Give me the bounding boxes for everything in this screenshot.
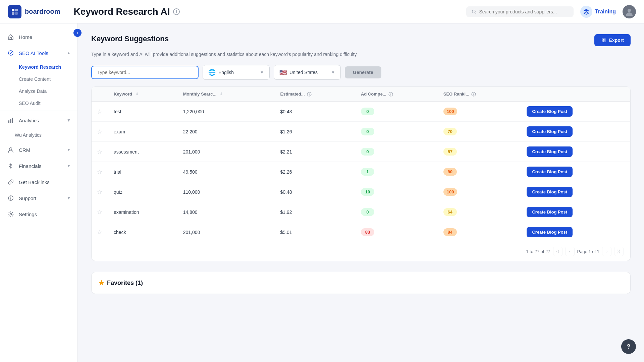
language-selector[interactable]: 🌐 English ▼: [203, 65, 270, 80]
language-label: English: [218, 70, 234, 75]
sidebar-item-get-backlinks[interactable]: Get Backlinks: [0, 174, 77, 190]
seo-rank-badge: 64: [443, 208, 457, 216]
favorite-button[interactable]: ☆: [97, 128, 102, 135]
logo-icon: [8, 5, 21, 18]
svg-rect-0: [12, 9, 14, 11]
table-row: ☆ test 1,220,000 $0.43 0 100 Create Blog…: [92, 102, 630, 122]
search-bar[interactable]: [466, 6, 574, 17]
col-header-keyword[interactable]: Keyword ⇕: [108, 87, 178, 102]
country-flag: 🇺🇸: [279, 69, 287, 76]
sidebar-item-analyze-data[interactable]: Analyze Data: [0, 85, 77, 97]
table-header-row: Keyword ⇕ Monthly Searc... ⇕ Estimated..…: [92, 87, 630, 102]
favorite-button[interactable]: ☆: [97, 168, 102, 176]
create-blog-post-button[interactable]: Create Blog Post: [527, 227, 573, 237]
table-cell-ad-comp: 0: [356, 102, 438, 122]
favorites-title: ★ Favorites (1): [98, 279, 624, 287]
col-header-ad-comp[interactable]: Ad Compe... i: [356, 87, 438, 102]
favorite-button[interactable]: ☆: [97, 229, 102, 236]
sidebar-item-home[interactable]: Home: [0, 29, 77, 45]
svg-point-13: [10, 214, 12, 215]
table-cell-seo-rank: 64: [438, 202, 522, 222]
table-row: ☆ check 201,000 $5.01 83 84 Create Blog …: [92, 222, 630, 242]
favorite-button[interactable]: ☆: [97, 188, 102, 196]
col-header-action: [521, 87, 630, 102]
search-input[interactable]: [479, 9, 568, 14]
sidebar-item-seo-ai-tools[interactable]: SEO AI Tools ▲: [0, 45, 77, 61]
create-blog-post-button[interactable]: Create Blog Post: [527, 187, 573, 197]
table-cell-star: ☆: [92, 122, 108, 142]
pagination-prev-button[interactable]: ‹: [565, 247, 575, 256]
settings-icon: [7, 210, 15, 218]
table-row: ☆ quiz 110,000 $0.48 10 100 Create Blog …: [92, 182, 630, 202]
svg-rect-9: [10, 119, 11, 123]
financials-icon: [7, 162, 15, 170]
pagination-last-button[interactable]: ⟩⟩: [614, 247, 624, 256]
table-cell-ad-comp: 0: [356, 202, 438, 222]
help-button[interactable]: ?: [621, 339, 636, 354]
seo-ai-tools-icon: [7, 49, 15, 57]
sidebar-item-settings[interactable]: Settings: [0, 206, 77, 222]
pagination-next-button[interactable]: ›: [602, 247, 611, 256]
avatar[interactable]: [623, 5, 636, 18]
table-cell-star: ☆: [92, 102, 108, 122]
sidebar-item-financials[interactable]: Financials ▼: [0, 158, 77, 174]
table-cell-ad-comp: 10: [356, 182, 438, 202]
backlinks-icon: [7, 178, 15, 186]
country-label: United States: [289, 70, 318, 75]
logo-name: boardroom: [25, 8, 60, 15]
favorite-button[interactable]: ☆: [97, 108, 102, 115]
sidebar-item-create-content[interactable]: Create Content: [0, 73, 77, 85]
export-button[interactable]: Export: [594, 34, 631, 46]
col-header-estimated[interactable]: Estimated... i: [275, 87, 356, 102]
country-chevron-icon: ▼: [331, 70, 335, 75]
ad-comp-badge: 1: [361, 168, 374, 176]
table-cell-monthly: 49,500: [178, 162, 275, 182]
create-blog-post-button[interactable]: Create Blog Post: [527, 146, 573, 157]
keyword-input[interactable]: [91, 66, 199, 79]
favorite-button[interactable]: ☆: [97, 208, 102, 216]
table-cell-estimated: $0.43: [275, 102, 356, 122]
table-cell-estimated: $1.92: [275, 202, 356, 222]
table-cell-star: ☆: [92, 142, 108, 162]
svg-rect-8: [8, 120, 9, 123]
col-header-favorite: [92, 87, 108, 102]
table-cell-star: ☆: [92, 162, 108, 182]
sidebar-item-support[interactable]: Support ▼: [0, 190, 77, 206]
sidebar-collapse-button[interactable]: ‹: [73, 29, 82, 37]
sidebar-item-crm[interactable]: CRM ▼: [0, 142, 77, 158]
info-icon[interactable]: ℹ: [173, 8, 180, 15]
table-cell-seo-rank: 84: [438, 222, 522, 242]
ad-comp-badge: 0: [361, 128, 374, 135]
sidebar-item-keyword-research[interactable]: Keyword Research: [0, 61, 77, 73]
export-icon: [601, 38, 606, 43]
generate-button[interactable]: Generate: [345, 66, 381, 78]
create-blog-post-button[interactable]: Create Blog Post: [527, 167, 573, 177]
table-cell-seo-rank: 70: [438, 122, 522, 142]
training-icon: [580, 6, 592, 18]
sidebar-item-analytics[interactable]: Analytics ▼: [0, 112, 77, 128]
country-selector[interactable]: 🇺🇸 United States ▼: [274, 65, 341, 80]
sidebar-item-wu-analytics[interactable]: Wu Analytics: [0, 128, 77, 142]
adcomp-info-icon[interactable]: i: [388, 92, 393, 97]
create-blog-post-button[interactable]: Create Blog Post: [527, 106, 573, 117]
svg-text:i: i: [473, 93, 474, 96]
pagination-first-button[interactable]: ⟨⟨: [553, 247, 562, 256]
seorank-info-icon[interactable]: i: [471, 92, 476, 97]
seo-rank-badge: 70: [443, 128, 457, 135]
col-header-seo-rank[interactable]: SEO Ranki... i: [438, 87, 522, 102]
estimated-info-icon[interactable]: i: [307, 92, 312, 97]
section-title: Keyword Suggestions: [91, 35, 169, 43]
sidebar-item-label-home: Home: [19, 34, 32, 40]
table-cell-star: ☆: [92, 202, 108, 222]
sidebar-item-seo-audit[interactable]: SEO Audit: [0, 97, 77, 109]
seo-rank-badge: 100: [443, 188, 458, 196]
create-blog-post-button[interactable]: Create Blog Post: [527, 207, 573, 217]
favorite-button[interactable]: ☆: [97, 148, 102, 156]
chevron-down-financials-icon: ▼: [67, 164, 71, 168]
table-cell-action: Create Blog Post: [521, 182, 630, 202]
training-button[interactable]: Training: [580, 6, 616, 18]
col-header-monthly-search[interactable]: Monthly Searc... ⇕: [178, 87, 275, 102]
main-content: Keyword Suggestions Export Type in a key…: [78, 23, 644, 362]
create-blog-post-button[interactable]: Create Blog Post: [527, 126, 573, 137]
favorites-star-icon: ★: [98, 279, 104, 287]
